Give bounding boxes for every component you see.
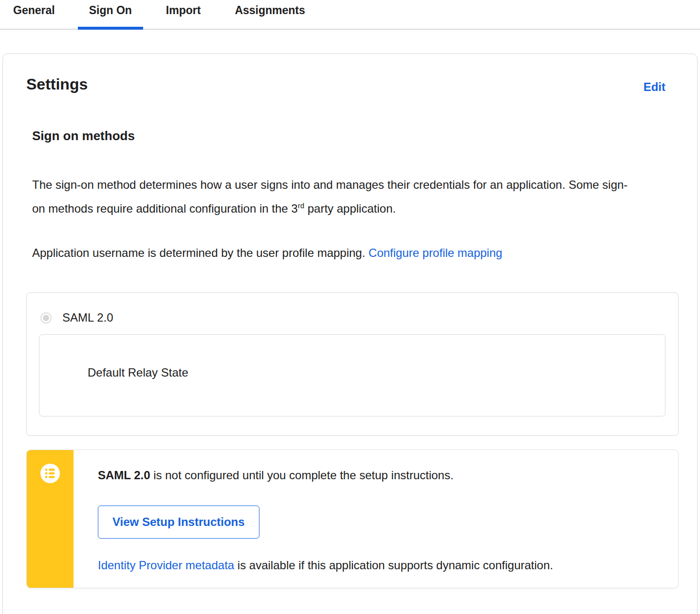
setup-warning-callout: SAML 2.0 is not configured until you com… xyxy=(26,450,679,588)
application-username-description: Application username is determined by th… xyxy=(32,241,636,265)
warning-text: SAML 2.0 is not configured until you com… xyxy=(98,468,678,483)
sign-on-methods-heading: Sign on methods xyxy=(32,128,678,144)
sign-on-methods-section: Sign on methods The sign-on method deter… xyxy=(26,128,678,588)
default-relay-state-label: Default Relay State xyxy=(39,335,665,379)
warning-message: is not configured until you complete the… xyxy=(150,469,454,482)
edit-link[interactable]: Edit xyxy=(644,80,665,94)
tab-sign-on[interactable]: Sign On xyxy=(78,0,143,30)
saml-radio-row: SAML 2.0 xyxy=(40,311,678,325)
metadata-message: is available if this application support… xyxy=(234,559,553,572)
settings-header: Settings Edit xyxy=(26,74,678,94)
settings-card: Settings Edit Sign on methods The sign-o… xyxy=(2,54,698,614)
warning-body: SAML 2.0 is not configured until you com… xyxy=(74,450,678,588)
page-title: Settings xyxy=(26,74,88,94)
identity-provider-metadata-link[interactable]: Identity Provider metadata xyxy=(98,559,234,572)
saml-method-box: SAML 2.0 Default Relay State xyxy=(26,292,679,436)
description-text-part2: party application. xyxy=(304,202,396,215)
list-icon xyxy=(40,464,60,483)
tab-assignments[interactable]: Assignments xyxy=(223,0,316,30)
view-setup-instructions-button[interactable]: View Setup Instructions xyxy=(98,506,259,539)
warning-strip xyxy=(27,450,74,588)
tab-bar: General Sign On Import Assignments xyxy=(0,0,700,30)
ordinal-superscript: rd xyxy=(298,201,304,210)
sign-on-method-description: The sign-on method determines how a user… xyxy=(32,173,636,220)
tab-general[interactable]: General xyxy=(2,0,66,30)
warning-method-name: SAML 2.0 xyxy=(98,469,150,482)
tab-import[interactable]: Import xyxy=(155,0,212,30)
saml-radio-button[interactable] xyxy=(40,312,52,324)
configure-profile-mapping-link[interactable]: Configure profile mapping xyxy=(368,246,502,259)
saml-radio-label: SAML 2.0 xyxy=(62,311,113,325)
default-relay-state-box: Default Relay State xyxy=(39,334,665,416)
metadata-line: Identity Provider metadata is available … xyxy=(98,558,678,573)
username-text: Application username is determined by th… xyxy=(32,246,368,259)
